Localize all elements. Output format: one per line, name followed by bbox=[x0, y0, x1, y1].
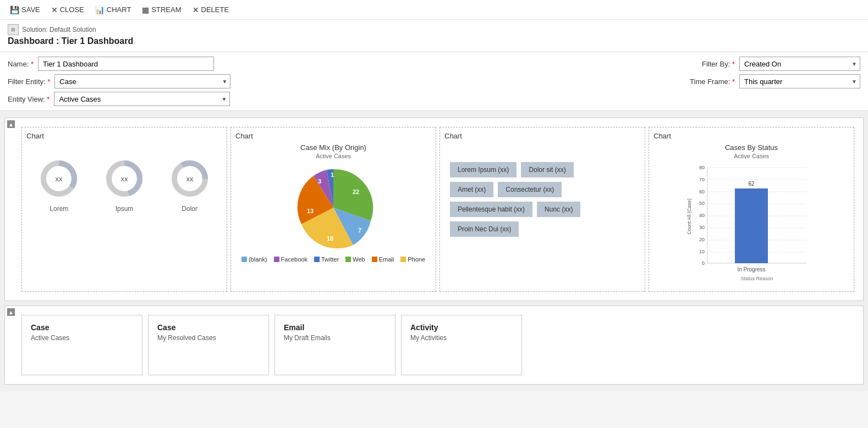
svg-text:10: 10 bbox=[699, 249, 705, 254]
svg-text:40: 40 bbox=[699, 213, 705, 218]
time-frame-label: Time Frame: * bbox=[690, 77, 735, 86]
pie-chart-container: Case Mix (By Origin) Active Cases bbox=[235, 143, 431, 263]
svg-rect-34 bbox=[735, 188, 768, 263]
list-card-3[interactable]: Email My Draft Emails bbox=[274, 315, 395, 375]
svg-text:13: 13 bbox=[307, 208, 314, 214]
bar-chart-title: Cases By Status bbox=[725, 143, 778, 152]
tag-pellentesque[interactable]: Pellentesque habit (xx) bbox=[450, 202, 532, 217]
chart4-title: Chart bbox=[653, 132, 849, 140]
chart3-title: Chart bbox=[444, 132, 640, 140]
filter-entity-select[interactable]: Case bbox=[54, 74, 230, 88]
chart-label: CHART bbox=[107, 5, 131, 14]
list-card-1-view: Active Cases bbox=[31, 334, 133, 342]
tag-dolor-sit[interactable]: Dolor sit (xx) bbox=[521, 162, 573, 177]
save-icon: 💾 bbox=[10, 5, 19, 14]
save-label: SAVE bbox=[21, 5, 40, 14]
svg-text:xx: xx bbox=[120, 175, 128, 183]
svg-text:7: 7 bbox=[358, 227, 361, 234]
svg-text:xx: xx bbox=[56, 175, 63, 183]
svg-text:20: 20 bbox=[699, 237, 705, 242]
legend-twitter: Twitter bbox=[314, 256, 339, 263]
list-card-1-entity: Case bbox=[31, 323, 133, 332]
chart-panel-3: Chart Lorem Ipsum (xx) Dolor sit (xx) Am… bbox=[440, 127, 645, 292]
solution-label: Solution: Default Solution bbox=[22, 26, 96, 34]
tag-lorem-ipsum[interactable]: Lorem Ipsum (xx) bbox=[450, 162, 517, 177]
donut-row: xx Lorem xx Ipsum bbox=[26, 157, 222, 213]
name-group: Name: * bbox=[8, 57, 214, 71]
tag-row-4: Proin Nec Dui (xx) bbox=[450, 221, 635, 237]
list-card-2[interactable]: Case My Resolved Cases bbox=[148, 315, 269, 375]
legend-phone: Phone bbox=[400, 256, 425, 263]
chart-panel-2: Chart Case Mix (By Origin) Active Cases bbox=[230, 127, 436, 292]
list-card-3-view: My Draft Emails bbox=[284, 334, 386, 342]
donut-svg-1: xx bbox=[37, 157, 81, 201]
time-frame-select[interactable]: This quarter This month This year bbox=[739, 74, 860, 88]
svg-text:60: 60 bbox=[699, 189, 705, 194]
charts-collapse-btn[interactable]: ▲ bbox=[7, 120, 15, 128]
delete-button[interactable]: ✕ DELETE bbox=[188, 4, 234, 16]
donut-svg-3: xx bbox=[168, 157, 212, 201]
bar-chart-subtitle: Active Cases bbox=[734, 153, 769, 159]
name-input[interactable] bbox=[38, 57, 214, 71]
entity-view-label: Entity View: * bbox=[8, 95, 50, 103]
main-content: ▲ Chart xx Lorem bbox=[0, 111, 868, 391]
tag-proin[interactable]: Proin Nec Dui (xx) bbox=[450, 221, 519, 237]
pie-subtitle: Active Cases bbox=[316, 153, 351, 159]
tag-row-1: Lorem Ipsum (xx) Dolor sit (xx) bbox=[450, 162, 635, 177]
charts-section-inner: Chart xx Lorem bbox=[5, 118, 863, 301]
svg-text:Status Reason: Status Reason bbox=[740, 276, 773, 281]
stream-icon: ▦ bbox=[142, 5, 149, 14]
svg-text:In Progress: In Progress bbox=[737, 266, 765, 273]
list-card-3-entity: Email bbox=[284, 323, 386, 332]
svg-text:3: 3 bbox=[318, 178, 321, 185]
close-icon: ✕ bbox=[51, 5, 58, 14]
svg-text:50: 50 bbox=[699, 201, 705, 206]
pie-svg: 22 7 18 13 3 1 bbox=[289, 164, 377, 252]
tag-consectetur[interactable]: Consectetur (xx) bbox=[498, 182, 562, 197]
legend-blank: (blank) bbox=[241, 256, 267, 263]
svg-text:1: 1 bbox=[331, 171, 334, 178]
toolbar: 💾 SAVE ✕ CLOSE 📊 CHART ▦ STREAM ✕ DELETE bbox=[0, 0, 868, 20]
svg-text:0: 0 bbox=[702, 260, 705, 266]
tag-row-2: Amet (xx) Consectetur (xx) bbox=[450, 182, 635, 197]
list-card-2-entity: Case bbox=[157, 323, 260, 332]
filter-by-label: Filter By: * bbox=[702, 60, 735, 68]
tag-amet[interactable]: Amet (xx) bbox=[450, 182, 493, 197]
chart-panel-4: Chart Cases By Status Active Cases 0 10 bbox=[649, 127, 854, 292]
svg-text:70: 70 bbox=[699, 177, 705, 182]
legend-email: Email bbox=[372, 256, 394, 263]
list-row: Case Active Cases Case My Resolved Cases… bbox=[18, 312, 858, 379]
chart2-title: Chart bbox=[235, 132, 431, 140]
chart1-title: Chart bbox=[26, 132, 222, 140]
legend-facebook: Facebook bbox=[274, 256, 307, 263]
charts-section-panel: ▲ Chart xx Lorem bbox=[4, 118, 864, 301]
page-title: Dashboard : Tier 1 Dashboard bbox=[8, 36, 860, 46]
list-card-2-view: My Resolved Cases bbox=[157, 334, 260, 342]
tag-nunc[interactable]: Nunc (xx) bbox=[537, 202, 580, 217]
svg-text:30: 30 bbox=[699, 225, 705, 230]
save-button[interactable]: 💾 SAVE bbox=[6, 4, 45, 16]
legend-web: Web bbox=[345, 256, 365, 263]
entity-view-select[interactable]: Active Cases bbox=[54, 92, 230, 106]
svg-text:18: 18 bbox=[327, 235, 333, 242]
chart-icon: 📊 bbox=[95, 5, 105, 14]
delete-label: DELETE bbox=[201, 5, 229, 14]
donut-svg-2: xx bbox=[102, 157, 146, 201]
donut-item-3: xx Dolor bbox=[168, 157, 212, 213]
bar-chart-svg: 0 10 20 30 40 50 60 70 80 bbox=[685, 162, 817, 282]
page-header: ⊞ Solution: Default Solution Dashboard :… bbox=[0, 20, 868, 52]
entity-view-group: Entity View: * Active Cases ▼ bbox=[8, 92, 230, 106]
stream-label: STREAM bbox=[151, 5, 181, 14]
pie-title: Case Mix (By Origin) bbox=[300, 143, 366, 152]
list-card-1[interactable]: Case Active Cases bbox=[21, 315, 142, 375]
close-button[interactable]: ✕ CLOSE bbox=[47, 4, 89, 16]
svg-text:xx: xx bbox=[186, 175, 194, 183]
stream-button[interactable]: ▦ STREAM bbox=[138, 4, 185, 16]
list-collapse-btn[interactable]: ▲ bbox=[7, 308, 15, 316]
delete-icon: ✕ bbox=[193, 5, 199, 14]
form-area: Name: * Filter By: * Created On Modified… bbox=[0, 52, 868, 111]
list-card-4[interactable]: Activity My Activities bbox=[401, 315, 522, 375]
svg-text:62: 62 bbox=[748, 181, 755, 187]
filter-by-select[interactable]: Created On Modified On bbox=[739, 57, 860, 71]
chart-button[interactable]: 📊 CHART bbox=[91, 4, 136, 16]
